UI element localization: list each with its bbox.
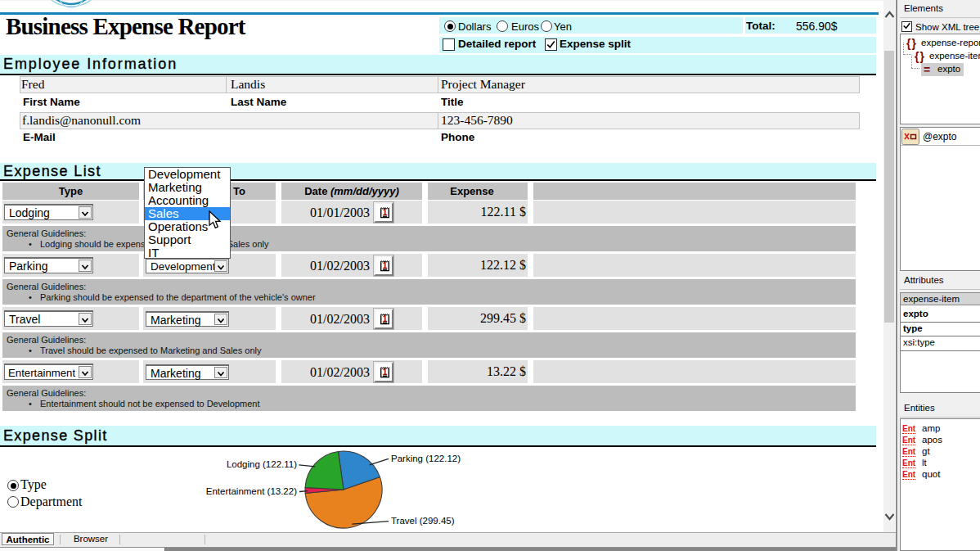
svg-text:1: 1 bbox=[383, 314, 388, 323]
svg-text:1: 1 bbox=[383, 261, 388, 270]
svg-text:Parking (122.12): Parking (122.12) bbox=[391, 454, 461, 463]
svg-text:Lodging (122.11): Lodging (122.11) bbox=[227, 459, 297, 469]
svg-text:Travel (299.45): Travel (299.45) bbox=[391, 516, 455, 526]
svg-text:Entertainment (13.22): Entertainment (13.22) bbox=[206, 486, 297, 496]
svg-text:1: 1 bbox=[383, 208, 388, 217]
svg-text:1: 1 bbox=[383, 368, 388, 377]
